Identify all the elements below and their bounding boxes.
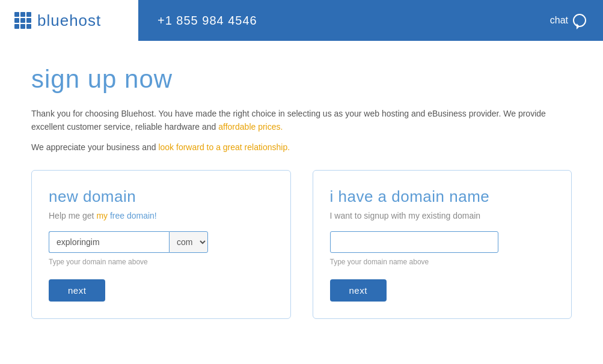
logo-text: bluehost <box>37 11 101 30</box>
chat-button[interactable]: chat <box>533 0 603 41</box>
existing-domain-card: i have a domain name I want to signup wi… <box>313 170 572 319</box>
existing-domain-title: i have a domain name <box>330 187 555 206</box>
logo-grid-icon <box>14 12 31 29</box>
intro-text: Thank you for choosing Bluehost. You hav… <box>31 107 572 134</box>
subtitle-highlight: my <box>96 211 108 220</box>
new-domain-card: new domain Help me get my free domain! c… <box>31 170 291 319</box>
subtitle-rest: free domain! <box>108 211 157 220</box>
logo-section: bluehost <box>0 0 138 41</box>
phone-number: +1 855 984 4546 <box>158 14 257 28</box>
main-content: sign up now Thank you for choosing Blueh… <box>0 41 603 343</box>
intro-highlight: affordable prices. <box>218 122 283 132</box>
new-domain-title: new domain <box>49 187 274 206</box>
subtitle-plain: Help me get <box>49 211 96 220</box>
new-domain-next-button[interactable]: next <box>49 279 105 302</box>
intro-sub-text: We appreciate your business and look for… <box>31 142 572 152</box>
chat-bubble-icon <box>573 14 586 27</box>
new-domain-subtitle: Help me get my free domain! <box>49 211 274 220</box>
new-domain-input[interactable] <box>49 231 169 253</box>
tld-select[interactable]: com net org info <box>169 231 208 253</box>
header: bluehost +1 855 984 4546 chat <box>0 0 603 41</box>
phone-section: +1 855 984 4546 <box>138 0 533 41</box>
existing-domain-input[interactable] <box>330 231 498 253</box>
page-title: sign up now <box>31 65 572 94</box>
existing-domain-next-button[interactable]: next <box>330 279 387 302</box>
existing-domain-input-row <box>330 231 555 253</box>
new-domain-hint: Type your domain name above <box>49 258 274 266</box>
existing-domain-hint: Type your domain name above <box>330 258 555 266</box>
existing-domain-subtitle: I want to signup with my existing domain <box>330 211 555 220</box>
chat-label: chat <box>550 15 568 26</box>
cards-row: new domain Help me get my free domain! c… <box>31 170 572 319</box>
intro-link-text: look forward to a great relationship. <box>158 142 290 152</box>
domain-input-row: com net org info <box>49 231 274 253</box>
